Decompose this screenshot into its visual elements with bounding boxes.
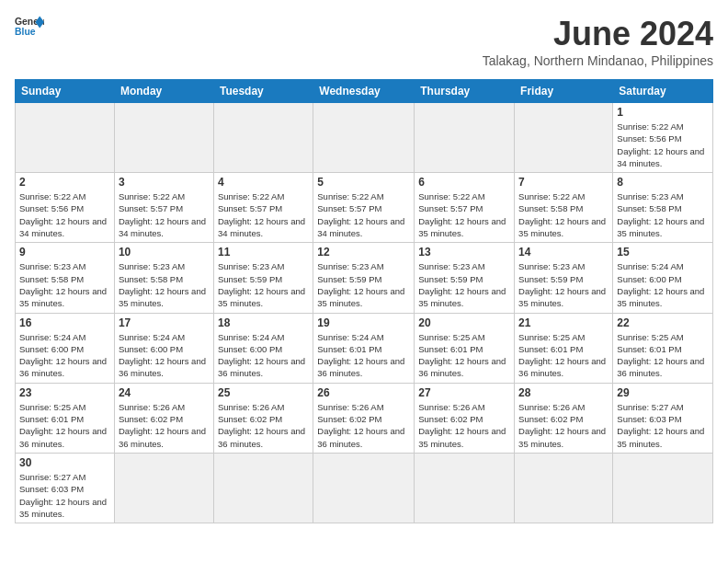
col-monday: Monday [114,80,213,103]
calendar-cell: 18Sunrise: 5:24 AM Sunset: 6:00 PM Dayli… [213,313,313,383]
day-number: 14 [518,246,609,259]
calendar-cell: 7Sunrise: 5:22 AM Sunset: 5:58 PM Daylig… [515,173,613,243]
calendar-cell [415,103,515,173]
day-info: Sunrise: 5:24 AM Sunset: 6:00 PM Dayligh… [19,331,110,380]
calendar-week-3: 9Sunrise: 5:23 AM Sunset: 5:58 PM Daylig… [16,243,713,313]
day-info: Sunrise: 5:22 AM Sunset: 5:58 PM Dayligh… [518,190,609,239]
day-number: 5 [317,176,410,189]
calendar-cell: 22Sunrise: 5:25 AM Sunset: 6:01 PM Dayli… [613,313,713,383]
day-info: Sunrise: 5:23 AM Sunset: 5:58 PM Dayligh… [119,260,210,309]
calendar-cell [213,103,313,173]
calendar-cell [16,103,115,173]
day-number: 17 [119,316,210,329]
day-info: Sunrise: 5:22 AM Sunset: 5:57 PM Dayligh… [119,190,210,239]
calendar-cell [415,453,515,523]
calendar-cell: 26Sunrise: 5:26 AM Sunset: 6:02 PM Dayli… [313,383,415,453]
calendar-cell [114,453,213,523]
column-headers: Sunday Monday Tuesday Wednesday Thursday… [16,80,713,103]
calendar-cell: 28Sunrise: 5:26 AM Sunset: 6:02 PM Dayli… [515,383,613,453]
day-info: Sunrise: 5:25 AM Sunset: 6:01 PM Dayligh… [19,401,110,450]
day-number: 12 [317,246,410,259]
calendar-week-6: 30Sunrise: 5:27 AM Sunset: 6:03 PM Dayli… [16,453,713,523]
day-number: 7 [518,176,609,189]
calendar-cell: 13Sunrise: 5:23 AM Sunset: 5:59 PM Dayli… [415,243,515,313]
day-info: Sunrise: 5:26 AM Sunset: 6:02 PM Dayligh… [418,401,510,450]
calendar-cell: 1Sunrise: 5:22 AM Sunset: 5:56 PM Daylig… [613,103,713,173]
day-number: 6 [418,176,510,189]
day-number: 19 [317,316,410,329]
day-number: 27 [418,386,510,399]
calendar-cell [313,453,415,523]
calendar-cell: 27Sunrise: 5:26 AM Sunset: 6:02 PM Dayli… [415,383,515,453]
calendar-cell [515,453,613,523]
calendar-cell: 9Sunrise: 5:23 AM Sunset: 5:58 PM Daylig… [16,243,115,313]
day-number: 1 [617,106,709,119]
day-info: Sunrise: 5:26 AM Sunset: 6:02 PM Dayligh… [518,401,609,450]
day-number: 22 [617,316,709,329]
day-info: Sunrise: 5:22 AM Sunset: 5:56 PM Dayligh… [19,190,110,239]
logo: General Blue [15,15,44,40]
day-number: 3 [119,176,210,189]
calendar-cell: 4Sunrise: 5:22 AM Sunset: 5:57 PM Daylig… [213,173,313,243]
day-info: Sunrise: 5:26 AM Sunset: 6:02 PM Dayligh… [317,401,410,450]
calendar-week-5: 23Sunrise: 5:25 AM Sunset: 6:01 PM Dayli… [16,383,713,453]
calendar-cell: 17Sunrise: 5:24 AM Sunset: 6:00 PM Dayli… [114,313,213,383]
day-number: 16 [19,316,110,329]
day-number: 11 [218,246,309,259]
title-block: June 2024 Talakag, Northern Mindanao, Ph… [483,15,713,68]
calendar-cell [114,103,213,173]
calendar-table: Sunday Monday Tuesday Wednesday Thursday… [15,79,713,523]
day-info: Sunrise: 5:22 AM Sunset: 5:57 PM Dayligh… [418,190,510,239]
calendar-week-1: 1Sunrise: 5:22 AM Sunset: 5:56 PM Daylig… [16,103,713,173]
col-friday: Friday [515,80,613,103]
calendar-cell: 25Sunrise: 5:26 AM Sunset: 6:02 PM Dayli… [213,383,313,453]
day-number: 10 [119,246,210,259]
day-number: 29 [617,386,709,399]
day-number: 4 [218,176,309,189]
calendar-cell: 16Sunrise: 5:24 AM Sunset: 6:00 PM Dayli… [16,313,115,383]
day-info: Sunrise: 5:22 AM Sunset: 5:57 PM Dayligh… [317,190,410,239]
day-number: 13 [418,246,510,259]
day-info: Sunrise: 5:23 AM Sunset: 5:59 PM Dayligh… [518,260,609,309]
calendar-cell: 11Sunrise: 5:23 AM Sunset: 5:59 PM Dayli… [213,243,313,313]
day-number: 26 [317,386,410,399]
calendar-cell: 8Sunrise: 5:23 AM Sunset: 5:58 PM Daylig… [613,173,713,243]
day-number: 28 [518,386,609,399]
col-wednesday: Wednesday [313,80,415,103]
calendar-cell: 15Sunrise: 5:24 AM Sunset: 6:00 PM Dayli… [613,243,713,313]
calendar-cell [213,453,313,523]
day-info: Sunrise: 5:26 AM Sunset: 6:02 PM Dayligh… [119,401,210,450]
calendar-week-4: 16Sunrise: 5:24 AM Sunset: 6:00 PM Dayli… [16,313,713,383]
day-info: Sunrise: 5:23 AM Sunset: 5:59 PM Dayligh… [418,260,510,309]
day-info: Sunrise: 5:24 AM Sunset: 6:00 PM Dayligh… [218,331,309,380]
calendar-cell: 19Sunrise: 5:24 AM Sunset: 6:01 PM Dayli… [313,313,415,383]
calendar-cell [515,103,613,173]
day-info: Sunrise: 5:23 AM Sunset: 5:58 PM Dayligh… [617,190,709,239]
day-number: 25 [218,386,309,399]
day-number: 8 [617,176,709,189]
day-info: Sunrise: 5:27 AM Sunset: 6:03 PM Dayligh… [617,401,709,450]
day-info: Sunrise: 5:25 AM Sunset: 6:01 PM Dayligh… [617,331,709,380]
calendar-cell: 29Sunrise: 5:27 AM Sunset: 6:03 PM Dayli… [613,383,713,453]
day-number: 15 [617,246,709,259]
day-info: Sunrise: 5:23 AM Sunset: 5:58 PM Dayligh… [19,260,110,309]
day-info: Sunrise: 5:22 AM Sunset: 5:57 PM Dayligh… [218,190,309,239]
calendar-cell [613,453,713,523]
day-number: 23 [19,386,110,399]
calendar-week-2: 2Sunrise: 5:22 AM Sunset: 5:56 PM Daylig… [16,173,713,243]
day-info: Sunrise: 5:23 AM Sunset: 5:59 PM Dayligh… [218,260,309,309]
generalblue-logo-icon: General Blue [15,15,44,40]
day-number: 9 [19,246,110,259]
calendar-cell: 21Sunrise: 5:25 AM Sunset: 6:01 PM Dayli… [515,313,613,383]
day-number: 30 [19,456,110,469]
day-number: 18 [218,316,309,329]
day-number: 21 [518,316,609,329]
day-info: Sunrise: 5:23 AM Sunset: 5:59 PM Dayligh… [317,260,410,309]
page-header: General Blue June 2024 Talakag, Northern… [15,15,713,68]
calendar-cell: 5Sunrise: 5:22 AM Sunset: 5:57 PM Daylig… [313,173,415,243]
day-number: 24 [119,386,210,399]
month-title: June 2024 [483,15,713,53]
col-tuesday: Tuesday [213,80,313,103]
day-number: 20 [418,316,510,329]
calendar-cell: 14Sunrise: 5:23 AM Sunset: 5:59 PM Dayli… [515,243,613,313]
